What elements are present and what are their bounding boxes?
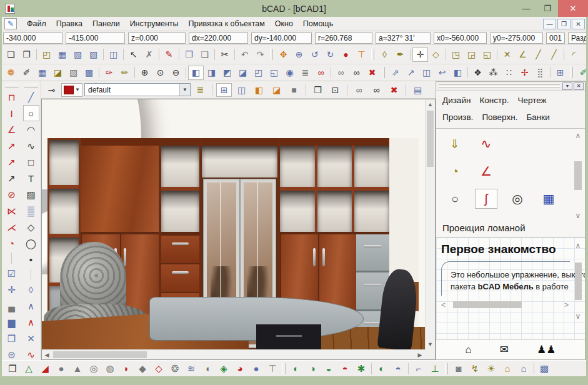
edit-spline-3-button[interactable]: ∿: [23, 379, 39, 385]
background-gradient-button[interactable]: ▤: [410, 83, 426, 97]
grid-toggle-button[interactable]: ▦: [34, 66, 50, 80]
tab-production[interactable]: Произв.: [442, 112, 473, 122]
menu-object-snap[interactable]: Привязка к объектам: [184, 18, 270, 29]
solid-prism-2-button[interactable]: ◇: [151, 361, 167, 376]
scroll-left-icon[interactable]: ◀: [42, 350, 52, 360]
render-textured-button[interactable]: ◪: [269, 83, 284, 97]
snap-endpoint-button[interactable]: ╱: [531, 48, 546, 62]
new-document-button[interactable]: ❏: [3, 48, 19, 62]
trim-intersect-button[interactable]: ✕: [23, 330, 39, 346]
new-window-button[interactable]: ❐: [19, 48, 34, 62]
mdi-close-button[interactable]: ✕: [572, 19, 585, 29]
orbit-continuous-button[interactable]: ↻: [322, 48, 338, 62]
tools-scroll-thumb[interactable]: [574, 161, 582, 190]
fillet-corner-button[interactable]: ∧: [23, 298, 39, 314]
hammer-tool-button[interactable]: ⊤: [354, 48, 369, 62]
xyz-locator-button[interactable]: ✛: [4, 281, 20, 298]
paste-clipboard-button[interactable]: ❑: [197, 48, 212, 62]
deselect-tool-button[interactable]: ✗: [141, 48, 157, 62]
draw-circle-button[interactable]: ○: [23, 105, 39, 121]
spotlight-tool-button[interactable]: ↯: [467, 361, 483, 376]
save-all-button[interactable]: ▨: [86, 48, 101, 62]
lesson-vscrollbar[interactable]: ∧ ∨: [573, 241, 583, 321]
spline-tool-button[interactable]: ʃ: [475, 189, 497, 209]
dim-length-1-button[interactable]: ↗: [4, 138, 20, 154]
pan-view-button[interactable]: ✥: [276, 48, 291, 62]
active-color-button[interactable]: ▼: [61, 83, 82, 97]
panel-menu-button[interactable]: ▾: [562, 82, 572, 90]
color-palette-button[interactable]: ❁: [3, 66, 19, 80]
project-to-plane-button[interactable]: ◊: [23, 281, 39, 298]
zoom-extents-button[interactable]: ⊕: [291, 48, 307, 62]
bool-union-button[interactable]: ◐: [288, 361, 304, 376]
bool-subtract-button[interactable]: ◑: [304, 361, 321, 376]
solid-ribbon-button[interactable]: ≋: [183, 361, 199, 376]
insert-image-button[interactable]: ▧: [66, 66, 81, 80]
solid-torus-button[interactable]: ◎: [86, 361, 102, 376]
mirror-object-button[interactable]: ◫: [419, 66, 434, 80]
layer-settings-button[interactable]: ≣: [192, 83, 208, 97]
snap-contour-button[interactable]: ◇: [428, 48, 444, 62]
rotate-object-button[interactable]: ↩: [434, 66, 450, 80]
solid-tprofile-button[interactable]: ⊤: [264, 361, 281, 376]
view-find-off-button[interactable]: ✖: [386, 83, 402, 97]
scene-house-wire-button[interactable]: ⌂: [516, 361, 532, 376]
copy-clipboard-button[interactable]: ❒: [181, 48, 197, 62]
window-minimize-button[interactable]: —: [516, 0, 537, 17]
merge-layers-button[interactable]: ⊞: [552, 66, 568, 80]
bool-merge-button[interactable]: ◓: [390, 361, 406, 376]
scroll-down-icon[interactable]: ∨: [576, 312, 581, 321]
tools-scrollbar[interactable]: ∧ ∨: [572, 131, 584, 220]
draw-rectangle-button[interactable]: □: [23, 154, 39, 170]
solid-segment-button[interactable]: ◗: [118, 361, 134, 376]
viewport-hscrollbar[interactable]: ◀ ▶: [42, 349, 425, 359]
chamfer-corner-button[interactable]: ∧: [23, 314, 39, 330]
dim-vector-button[interactable]: ↗: [4, 170, 20, 186]
view-find-button[interactable]: ∞: [351, 83, 367, 97]
draw-text-button[interactable]: T: [23, 170, 39, 186]
ucs-origin-button[interactable]: ◪: [50, 66, 66, 80]
snap-normal-button[interactable]: ✒: [392, 48, 408, 62]
view-box-1-button[interactable]: ❒: [310, 83, 326, 97]
snap-midpoint-button[interactable]: ╱: [546, 48, 562, 62]
vscroll-thumb[interactable]: [427, 111, 434, 167]
dim-spline-k-button[interactable]: ⋌: [4, 219, 20, 235]
view-top-button[interactable]: ◰: [251, 66, 266, 80]
scroll-down-icon[interactable]: ▼: [426, 339, 436, 349]
copy-object-button[interactable]: ⇗: [387, 66, 403, 80]
mdi-minimize-button[interactable]: —: [543, 19, 556, 29]
paint-material-button[interactable]: ✐: [576, 66, 586, 80]
scroll-up-icon[interactable]: ▲: [426, 99, 436, 109]
toolbar-grip[interactable]: [5, 84, 19, 88]
group-explode-button[interactable]: ⁂: [486, 66, 501, 80]
viewport-vscrollbar[interactable]: ▲ ▼: [425, 99, 435, 349]
snap-solid-face-button[interactable]: ◱: [479, 48, 495, 62]
hatch-pattern-button[interactable]: ▒: [23, 202, 39, 219]
move-object-button[interactable]: ↗: [403, 66, 419, 80]
snap-solid-vertex-button[interactable]: ◳: [448, 48, 464, 62]
tab-surfaces[interactable]: Поверхн.: [482, 112, 517, 122]
stop-render-button[interactable]: ●: [338, 48, 354, 62]
scroll-left-icon[interactable]: <: [441, 301, 446, 309]
undo-button[interactable]: ↶: [237, 48, 252, 62]
render-preview-button[interactable]: ▩: [81, 66, 97, 80]
eraser-tool-button[interactable]: ✎: [161, 48, 177, 62]
chevron-down-icon[interactable]: ▼: [179, 84, 190, 96]
save-copy-button[interactable]: ◫: [106, 48, 121, 62]
menu-window[interactable]: Окно: [270, 18, 298, 29]
panel-drag-handle[interactable]: [439, 84, 560, 88]
tab-drawing[interactable]: Чертеж: [517, 96, 546, 105]
bend-tool-button[interactable]: ⌐: [411, 361, 427, 376]
lesson-hscrollbar[interactable]: < >: [441, 301, 570, 309]
view-iso-sw-button[interactable]: ◧: [188, 66, 204, 80]
mdi-restore-button[interactable]: ❐: [557, 19, 571, 29]
render-flat-button[interactable]: ■: [286, 83, 302, 97]
object-info-button[interactable]: ≣: [297, 66, 313, 80]
extrude-solid-button[interactable]: ❒: [4, 330, 20, 346]
menu-file[interactable]: Файл: [22, 18, 51, 29]
view-iso-nw-button[interactable]: ◪: [235, 66, 251, 80]
select-tool-button[interactable]: ↖: [126, 48, 141, 62]
mail-icon-button[interactable]: ✉: [500, 343, 509, 356]
scroll-up-icon[interactable]: ∧: [576, 241, 581, 250]
visibility-eye-button[interactable]: ◉: [282, 66, 297, 80]
